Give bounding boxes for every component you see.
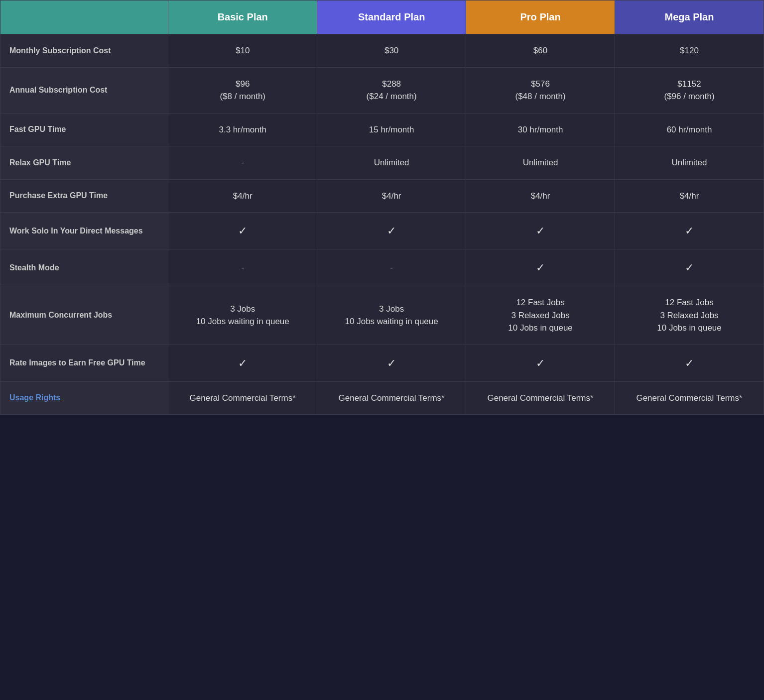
pro-cell: General Commercial Terms* xyxy=(466,381,615,415)
feature-cell: Rate Images to Earn Free GPU Time xyxy=(0,345,168,381)
table-row: Rate Images to Earn Free GPU Time✓✓✓✓ xyxy=(0,345,764,381)
table-row: Monthly Subscription Cost$10$30$60$120 xyxy=(0,34,764,68)
pro-cell: Unlimited xyxy=(466,146,615,180)
header-pro-plan: Pro Plan xyxy=(466,0,615,34)
mega-cell: $120 xyxy=(615,34,764,68)
feature-cell: Stealth Mode xyxy=(0,249,168,286)
mega-cell: 12 Fast Jobs3 Relaxed Jobs10 Jobs in que… xyxy=(615,286,764,345)
standard-cell: 3 Jobs10 Jobs waiting in queue xyxy=(317,286,466,345)
pro-cell: 30 hr/month xyxy=(466,113,615,146)
standard-cell: $288($24 / month) xyxy=(317,67,466,113)
standard-cell: ✓ xyxy=(317,213,466,249)
dash-value: - xyxy=(241,158,244,167)
pro-cell: ✓ xyxy=(466,249,615,286)
table-row: Maximum Concurrent Jobs3 Jobs10 Jobs wai… xyxy=(0,286,764,345)
basic-cell: General Commercial Terms* xyxy=(168,381,317,415)
feature-cell: Annual Subscription Cost xyxy=(0,67,168,113)
dash-value: - xyxy=(241,263,244,272)
basic-cell: ✓ xyxy=(168,213,317,249)
mega-cell: Unlimited xyxy=(615,146,764,180)
standard-cell: ✓ xyxy=(317,345,466,381)
basic-cell: ✓ xyxy=(168,345,317,381)
pro-cell: ✓ xyxy=(466,345,615,381)
mega-cell: $4/hr xyxy=(615,179,764,213)
header-mega-plan: Mega Plan xyxy=(615,0,764,34)
standard-cell: $30 xyxy=(317,34,466,68)
standard-cell: $4/hr xyxy=(317,179,466,213)
standard-cell: General Commercial Terms* xyxy=(317,381,466,415)
table-row: Purchase Extra GPU Time$4/hr$4/hr$4/hr$4… xyxy=(0,179,764,213)
feature-cell: Relax GPU Time xyxy=(0,146,168,180)
checkmark-icon: ✓ xyxy=(536,261,545,274)
checkmark-icon: ✓ xyxy=(387,357,396,369)
standard-cell: Unlimited xyxy=(317,146,466,180)
header-row: Basic Plan Standard Plan Pro Plan Mega P… xyxy=(0,0,764,34)
pro-cell: $4/hr xyxy=(466,179,615,213)
mega-cell: ✓ xyxy=(615,213,764,249)
header-standard-plan: Standard Plan xyxy=(317,0,466,34)
pro-cell: 12 Fast Jobs3 Relaxed Jobs10 Jobs in que… xyxy=(466,286,615,345)
mega-cell: ✓ xyxy=(615,249,764,286)
table-row: Annual Subscription Cost$96($8 / month)$… xyxy=(0,67,764,113)
table-row: Work Solo In Your Direct Messages✓✓✓✓ xyxy=(0,213,764,249)
usage-rights-link[interactable]: Usage Rights xyxy=(9,393,60,402)
pro-cell: $576($48 / month) xyxy=(466,67,615,113)
feature-cell: Fast GPU Time xyxy=(0,113,168,146)
mega-cell: $1152($96 / month) xyxy=(615,67,764,113)
checkmark-icon: ✓ xyxy=(387,225,396,237)
basic-cell: 3 Jobs10 Jobs waiting in queue xyxy=(168,286,317,345)
feature-cell: Maximum Concurrent Jobs xyxy=(0,286,168,345)
pro-cell: ✓ xyxy=(466,213,615,249)
checkmark-icon: ✓ xyxy=(685,261,694,274)
table-row: Relax GPU Time-UnlimitedUnlimitedUnlimit… xyxy=(0,146,764,180)
mega-cell: 60 hr/month xyxy=(615,113,764,146)
mega-cell: General Commercial Terms* xyxy=(615,381,764,415)
header-basic-plan: Basic Plan xyxy=(168,0,317,34)
mega-cell: ✓ xyxy=(615,345,764,381)
basic-cell: 3.3 hr/month xyxy=(168,113,317,146)
standard-cell: - xyxy=(317,249,466,286)
table-row: Usage RightsGeneral Commercial Terms*Gen… xyxy=(0,381,764,415)
table-row: Fast GPU Time3.3 hr/month15 hr/month30 h… xyxy=(0,113,764,146)
feature-cell: Purchase Extra GPU Time xyxy=(0,179,168,213)
header-feature-cell xyxy=(0,0,168,34)
feature-cell: Monthly Subscription Cost xyxy=(0,34,168,68)
basic-cell: $10 xyxy=(168,34,317,68)
basic-cell: $4/hr xyxy=(168,179,317,213)
dash-value: - xyxy=(390,263,393,272)
pricing-table-container: Basic Plan Standard Plan Pro Plan Mega P… xyxy=(0,0,764,415)
standard-cell: 15 hr/month xyxy=(317,113,466,146)
pricing-table: Basic Plan Standard Plan Pro Plan Mega P… xyxy=(0,0,764,415)
checkmark-icon: ✓ xyxy=(238,357,247,369)
checkmark-icon: ✓ xyxy=(536,225,545,237)
checkmark-icon: ✓ xyxy=(238,225,247,237)
table-row: Stealth Mode--✓✓ xyxy=(0,249,764,286)
basic-cell: - xyxy=(168,249,317,286)
feature-cell: Work Solo In Your Direct Messages xyxy=(0,213,168,249)
basic-cell: - xyxy=(168,146,317,180)
checkmark-icon: ✓ xyxy=(685,225,694,237)
pro-cell: $60 xyxy=(466,34,615,68)
feature-cell[interactable]: Usage Rights xyxy=(0,381,168,415)
basic-cell: $96($8 / month) xyxy=(168,67,317,113)
checkmark-icon: ✓ xyxy=(685,357,694,369)
checkmark-icon: ✓ xyxy=(536,357,545,369)
